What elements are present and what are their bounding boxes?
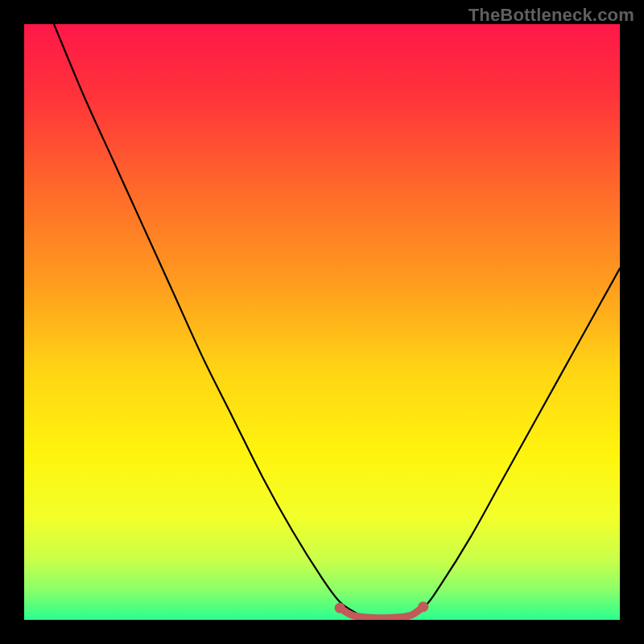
flat-zone-dot (335, 603, 345, 613)
chart-frame: TheBottleneck.com (0, 0, 644, 644)
gradient-background (24, 24, 620, 620)
watermark-text: TheBottleneck.com (469, 5, 634, 26)
flat-zone-dot (418, 601, 428, 612)
plot-area (24, 24, 620, 620)
bottleneck-chart (24, 24, 620, 620)
